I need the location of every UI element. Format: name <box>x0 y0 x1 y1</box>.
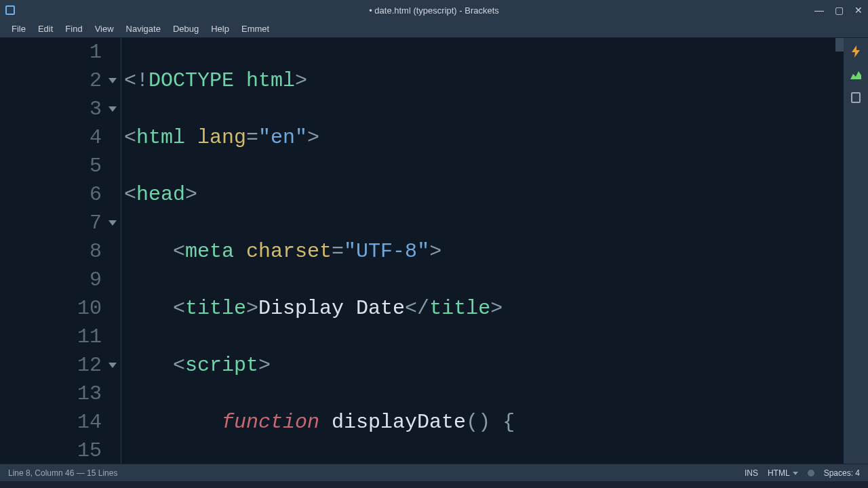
titlebar: • date.html (typescript) - Brackets — ▢ … <box>0 0 868 20</box>
code-line: <!DOCTYPE html> <box>124 66 844 95</box>
scrollbar-thumb[interactable] <box>835 38 844 52</box>
window-title: • date.html (typescript) - Brackets <box>369 5 499 16</box>
panel-icon[interactable] <box>849 91 863 104</box>
code-line: <meta charset="UTF-8"> <box>124 237 844 266</box>
line-number[interactable]: 15 <box>0 436 102 464</box>
line-number[interactable]: 14 <box>0 408 102 436</box>
menu-view[interactable]: View <box>89 22 120 36</box>
menu-debug[interactable]: Debug <box>167 22 205 36</box>
line-number[interactable]: 7 <box>0 209 102 237</box>
menu-find[interactable]: Find <box>59 22 88 36</box>
line-number[interactable]: 1 <box>0 38 102 66</box>
code-line: function displayDate() { <box>124 408 844 436</box>
line-number[interactable]: 11 <box>0 323 102 351</box>
cursor-position[interactable]: Line 8, Column 46 — 15 Lines <box>8 468 745 478</box>
minimize-button[interactable]: — <box>814 5 824 16</box>
code-line: <title>Display Date</title> <box>124 294 844 323</box>
app-icon <box>5 5 15 15</box>
insert-mode[interactable]: INS <box>745 468 758 478</box>
line-number[interactable]: 8 <box>0 237 102 266</box>
menu-navigate[interactable]: Navigate <box>120 22 167 36</box>
indent-mode[interactable]: Spaces: 4 <box>824 468 860 478</box>
line-number[interactable]: 4 <box>0 123 102 152</box>
gutter: 123456789101112131415 <box>0 38 121 464</box>
code-line: <script> <box>124 351 844 380</box>
lint-status-icon[interactable] <box>808 470 814 476</box>
statusbar: Line 8, Column 46 — 15 Lines INS HTML Sp… <box>0 464 868 481</box>
chevron-down-icon <box>793 472 798 475</box>
line-number[interactable]: 3 <box>0 95 102 123</box>
menu-edit[interactable]: Edit <box>32 22 59 36</box>
fold-marker-icon[interactable] <box>108 106 117 112</box>
window-controls: — ▢ ✕ <box>814 5 863 16</box>
live-preview-icon[interactable] <box>849 45 863 58</box>
fold-marker-icon[interactable] <box>108 220 117 226</box>
menubar: File Edit Find View Navigate Debug Help … <box>0 20 868 38</box>
right-rail <box>844 38 868 464</box>
maximize-button[interactable]: ▢ <box>835 5 844 16</box>
fold-marker-icon[interactable] <box>108 363 117 368</box>
language-mode[interactable]: HTML <box>768 468 798 478</box>
line-number[interactable]: 2 <box>0 66 102 95</box>
close-button[interactable]: ✕ <box>854 5 863 16</box>
code-line: <head> <box>124 180 844 209</box>
code-area[interactable]: <!DOCTYPE html> <html lang="en"> <head> … <box>121 38 844 464</box>
line-number[interactable]: 9 <box>0 266 102 294</box>
line-number[interactable]: 10 <box>0 294 102 323</box>
menu-file[interactable]: File <box>5 22 32 36</box>
menu-help[interactable]: Help <box>205 22 235 36</box>
line-number[interactable]: 12 <box>0 351 102 380</box>
editor-area: 123456789101112131415 <!DOCTYPE html> <h… <box>0 38 868 464</box>
line-number[interactable]: 5 <box>0 152 102 180</box>
line-number[interactable]: 6 <box>0 180 102 209</box>
line-number[interactable]: 13 <box>0 380 102 408</box>
extension-icon[interactable] <box>849 68 863 81</box>
fold-marker-icon[interactable] <box>108 78 117 83</box>
main-editor[interactable]: 123456789101112131415 <!DOCTYPE html> <h… <box>0 38 844 464</box>
code-line: <html lang="en"> <box>124 123 844 152</box>
menu-emmet[interactable]: Emmet <box>235 22 275 36</box>
